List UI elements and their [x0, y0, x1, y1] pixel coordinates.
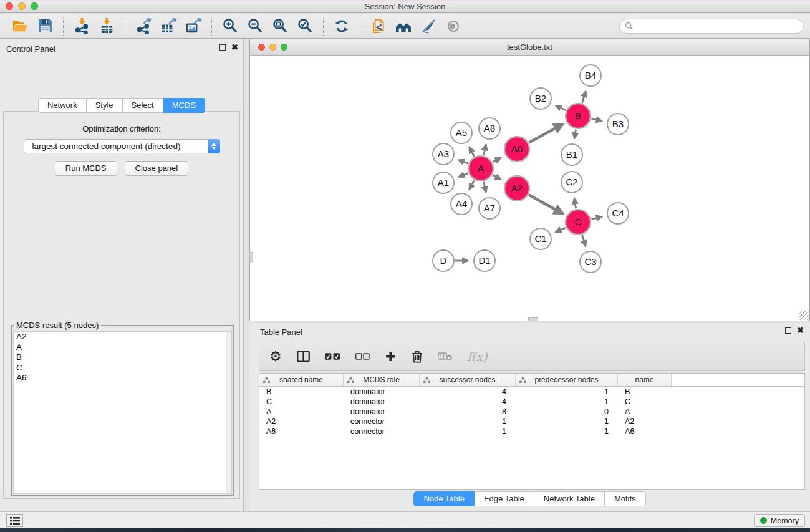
- cell-name: B: [618, 387, 672, 396]
- edge-A-A4[interactable]: [469, 180, 474, 190]
- close-panel-button[interactable]: Close panel: [125, 161, 189, 176]
- result-item[interactable]: A: [14, 342, 231, 353]
- edge-B-B3[interactable]: [592, 118, 602, 120]
- mcds-result-list[interactable]: A2ABCA6: [13, 331, 232, 494]
- network-graph[interactable]: B4B2BB3A8A5A6A3B1AA1C2A2A4A7C4CC1DD1C3: [250, 56, 809, 321]
- float-panel-icon[interactable]: [219, 44, 226, 51]
- column-header-shared-name[interactable]: shared name: [259, 374, 344, 386]
- edge-A-A5[interactable]: [469, 147, 474, 157]
- table-row[interactable]: A6connector11A6: [259, 427, 804, 437]
- zoom-out-icon[interactable]: [243, 16, 268, 37]
- network-window-titlebar[interactable]: testGlobe.txt: [250, 39, 809, 56]
- tab-mcds[interactable]: MCDS: [163, 98, 205, 113]
- edge-B-B4[interactable]: [582, 91, 586, 103]
- node-label-A4: A4: [456, 198, 467, 209]
- column-header-predecessor-nodes[interactable]: predecessor nodes: [516, 374, 618, 386]
- header-filler: [672, 374, 804, 386]
- tab-motifs[interactable]: Motifs: [605, 491, 646, 506]
- table-row[interactable]: A2connector11A2: [259, 417, 804, 427]
- edge-A-A7[interactable]: [484, 182, 486, 193]
- function-builder-icon[interactable]: f(x): [467, 350, 488, 364]
- memory-button[interactable]: Memory: [754, 514, 805, 527]
- edge-C-C2[interactable]: [574, 198, 576, 209]
- tab-network[interactable]: Network: [38, 98, 87, 113]
- delete-column-icon[interactable]: [412, 351, 423, 363]
- edge-A-A8[interactable]: [484, 144, 486, 155]
- open-session-icon[interactable]: [7, 16, 32, 37]
- edge-A-A6[interactable]: [493, 158, 501, 162]
- settings-gear-icon[interactable]: ⚙: [269, 350, 282, 364]
- tab-style[interactable]: Style: [87, 98, 123, 113]
- column-header-label: name: [635, 375, 653, 384]
- tab-select[interactable]: Select: [123, 98, 163, 113]
- table-row[interactable]: Bdominator41B: [259, 387, 804, 397]
- clone-network-icon[interactable]: [366, 16, 391, 37]
- cell-mcds-role: dominator: [344, 397, 420, 406]
- zoom-selected-region-icon[interactable]: [292, 16, 317, 37]
- splitter-handle[interactable]: [528, 317, 538, 321]
- hide-annotations-icon[interactable]: [416, 16, 441, 37]
- close-panel-icon[interactable]: ✖: [231, 44, 238, 51]
- result-item[interactable]: A6: [14, 373, 231, 384]
- edge-C-C1[interactable]: [556, 228, 566, 232]
- edge-B-B1[interactable]: [574, 130, 576, 139]
- run-mcds-button[interactable]: Run MCDS: [55, 161, 117, 176]
- search-field[interactable]: [619, 19, 804, 34]
- result-item[interactable]: A2: [14, 332, 231, 342]
- criterion-dropdown[interactable]: largest connected component (directed): [24, 139, 220, 153]
- edge-A-A1[interactable]: [458, 173, 468, 177]
- select-all-checkboxes-icon[interactable]: [325, 352, 340, 360]
- export-table-icon[interactable]: [156, 16, 181, 37]
- column-header-mcds-role[interactable]: MCDS role: [344, 374, 420, 386]
- node-table[interactable]: shared nameMCDS rolesuccessor nodesprede…: [259, 373, 805, 490]
- delete-table-icon[interactable]: [438, 352, 452, 361]
- show-graphics-details-icon[interactable]: [441, 16, 466, 37]
- show-column-icon[interactable]: [297, 351, 310, 362]
- splitter-handle[interactable]: [249, 252, 253, 262]
- tab-node-table[interactable]: Node Table: [413, 491, 475, 506]
- column-header-successor-nodes[interactable]: successor nodes: [420, 374, 516, 386]
- refresh-network-view-icon[interactable]: [329, 16, 354, 37]
- node-label-A: A: [478, 163, 484, 173]
- result-item[interactable]: C: [14, 363, 231, 374]
- close-table-panel-icon[interactable]: ✖: [797, 327, 804, 334]
- edge-A-A2[interactable]: [493, 175, 501, 180]
- tab-edge-table[interactable]: Edge Table: [475, 491, 534, 506]
- table-row[interactable]: Cdominator41C: [259, 397, 804, 407]
- float-table-panel-icon[interactable]: [785, 327, 791, 334]
- search-input[interactable]: [637, 21, 803, 32]
- node-label-B3: B3: [612, 118, 624, 129]
- cell-successor-nodes: 4: [420, 387, 516, 396]
- network-canvas[interactable]: B4B2BB3A8A5A6A3B1AA1C2A2A4A7C4CC1DD1C3: [250, 56, 809, 321]
- import-table-from-file-icon[interactable]: [94, 16, 119, 37]
- result-item[interactable]: B: [14, 352, 231, 363]
- deselect-all-checkboxes-icon[interactable]: [355, 353, 370, 360]
- node-label-C4: C4: [612, 208, 624, 218]
- edge-A-A3[interactable]: [458, 160, 468, 163]
- first-neighbors-icon[interactable]: [391, 16, 416, 37]
- node-label-B: B: [575, 110, 581, 121]
- export-image-icon[interactable]: [181, 16, 206, 37]
- import-network-from-file-icon[interactable]: [69, 16, 94, 37]
- network-window-title: testGlobe.txt: [250, 42, 809, 52]
- edge-C-C3[interactable]: [582, 235, 586, 246]
- task-history-button[interactable]: [6, 514, 23, 527]
- edge-C-C4[interactable]: [592, 217, 602, 220]
- export-network-icon[interactable]: [131, 16, 156, 37]
- scrollbar-track[interactable]: [226, 332, 231, 493]
- zoom-in-icon[interactable]: [218, 16, 243, 37]
- resize-grip-icon[interactable]: [799, 311, 809, 320]
- control-panel-tabs: NetworkStyleSelectMCDS: [0, 98, 243, 113]
- column-header-name[interactable]: name: [618, 374, 672, 386]
- edge-A6-B[interactable]: [529, 124, 563, 143]
- edge-B-B2[interactable]: [556, 105, 566, 110]
- edge-A2-C[interactable]: [529, 195, 563, 214]
- zoom-fit-content-icon[interactable]: [268, 16, 292, 37]
- save-session-icon[interactable]: [32, 16, 57, 37]
- node-label-A8: A8: [484, 123, 495, 133]
- node-label-B1: B1: [566, 149, 577, 160]
- table-row[interactable]: Adominator80A: [259, 407, 804, 417]
- tab-network-table[interactable]: Network Table: [534, 491, 605, 506]
- mcds-panel: Optimization criterion: largest connecte…: [3, 111, 240, 499]
- add-column-icon[interactable]: [385, 351, 397, 362]
